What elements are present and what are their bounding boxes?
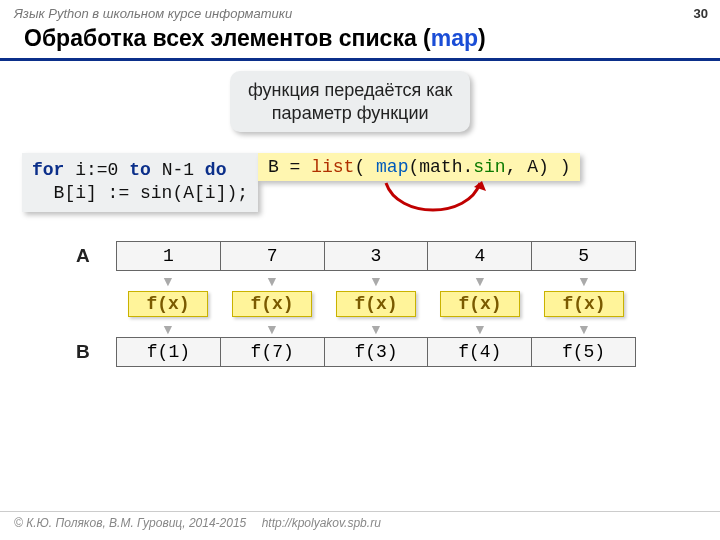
arrow-down-icon: ▼: [428, 273, 532, 287]
cells-b: f(1) f(7) f(3) f(4) f(5): [116, 337, 636, 367]
cell-a3: 4: [428, 241, 532, 271]
array-b-row: B f(1) f(7) f(3) f(4) f(5): [76, 337, 636, 367]
fx-row: f(x) f(x) f(x) f(x) f(x): [76, 289, 636, 319]
arrow-down-icon: ▼: [324, 321, 428, 335]
slide-title: Обработка всех элементов списка (map): [0, 23, 720, 61]
py-list: list: [311, 157, 354, 177]
kw-do: do: [205, 160, 227, 180]
title-suffix: ): [478, 25, 486, 51]
arrow-down-icon: ▼: [116, 273, 220, 287]
arrow-down-icon: ▼: [116, 321, 220, 335]
cells-a: 1 7 3 4 5: [116, 241, 636, 271]
cell-b4: f(5): [532, 337, 636, 367]
cell-b3: f(4): [428, 337, 532, 367]
cell-a2: 3: [325, 241, 429, 271]
fx-box: f(x): [128, 291, 208, 317]
fx-box: f(x): [232, 291, 312, 317]
fx-box: f(x): [544, 291, 624, 317]
arrow-down-icon: ▼: [532, 273, 636, 287]
arrow-down-icon: ▼: [428, 321, 532, 335]
pascal-code: for i:=0 to N-1 do B[i] := sin(A[i]);: [22, 153, 258, 212]
py-sin: sin: [473, 157, 505, 177]
code-line2: B[i] := sin(A[i]);: [32, 183, 248, 203]
callout-line1: функция передаётся как: [248, 79, 452, 102]
kw-to: to: [129, 160, 151, 180]
callout-line2: параметр функции: [248, 102, 452, 125]
fx-box: f(x): [336, 291, 416, 317]
title-prefix: Обработка всех элементов списка (: [24, 25, 431, 51]
footer-url: http://kpolyakov.spb.ru: [262, 516, 381, 530]
cell-b2: f(3): [325, 337, 429, 367]
cell-a0: 1: [116, 241, 221, 271]
content-area: функция передаётся как параметр функции …: [0, 61, 720, 81]
map-diagram: A 1 7 3 4 5 ▼ ▼ ▼ ▼ ▼ f(x) f(x) f(x) f(x…: [76, 241, 636, 383]
py-map: map: [376, 157, 408, 177]
arrows-bottom: ▼ ▼ ▼ ▼ ▼: [116, 321, 636, 335]
kw-for: for: [32, 160, 64, 180]
code-text: i:=0: [64, 160, 129, 180]
arrow-down-icon: ▼: [532, 321, 636, 335]
page-number: 30: [694, 6, 708, 21]
python-code: B = list( map(math.sin, A) ): [258, 153, 580, 181]
arrows-top: ▼ ▼ ▼ ▼ ▼: [116, 273, 636, 287]
fx-box: f(x): [440, 291, 520, 317]
py-lhs: B =: [268, 157, 311, 177]
course-header: Язык Python в школьном курсе информатики…: [0, 0, 720, 23]
cell-a4: 5: [532, 241, 636, 271]
py-math: (math.: [408, 157, 473, 177]
label-b: B: [76, 341, 116, 363]
py-tail: , A) ): [506, 157, 571, 177]
footer: © К.Ю. Поляков, В.М. Гуровиц, 2014-2015 …: [0, 511, 720, 534]
cell-a1: 7: [221, 241, 325, 271]
py-paren: (: [354, 157, 376, 177]
link-arc-icon: [378, 181, 488, 217]
array-a-row: A 1 7 3 4 5: [76, 241, 636, 271]
arrow-down-icon: ▼: [220, 321, 324, 335]
title-highlight: map: [431, 25, 478, 51]
cell-b0: f(1): [116, 337, 221, 367]
callout-box: функция передаётся как параметр функции: [230, 71, 470, 132]
copyright: © К.Ю. Поляков, В.М. Гуровиц, 2014-2015: [14, 516, 246, 530]
code-text: N-1: [151, 160, 205, 180]
arrow-down-icon: ▼: [324, 273, 428, 287]
label-a: A: [76, 245, 116, 267]
course-title: Язык Python в школьном курсе информатики: [14, 6, 292, 21]
arrow-down-icon: ▼: [220, 273, 324, 287]
cell-b1: f(7): [221, 337, 325, 367]
